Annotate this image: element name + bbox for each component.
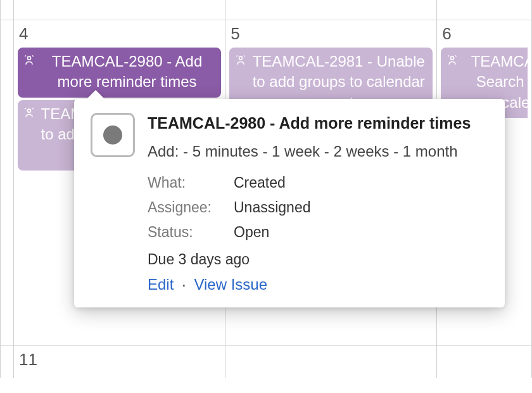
- day-number: 4: [18, 23, 221, 48]
- field-row-what: What: Created: [148, 171, 488, 195]
- field-label: Assignee:: [148, 195, 230, 220]
- calendar-event-teamcal-2980[interactable]: TEAMCAL-2980 - Add more reminder times: [18, 48, 221, 98]
- popover-actions: Edit · View Issue: [148, 276, 488, 293]
- separator: ·: [182, 276, 186, 293]
- calendar-day-cell[interactable]: [225, 346, 437, 378]
- field-value: Open: [234, 220, 269, 245]
- calendar-event-icon: [446, 54, 459, 67]
- calendar-event-title: TEAMCAL-2980 - Add more reminder times: [39, 51, 215, 93]
- popover-title: TEAMCAL-2980 - Add more reminder times: [148, 113, 488, 134]
- calendar-gutter-cell: [0, 346, 14, 378]
- field-label: Status:: [148, 220, 230, 245]
- day-number: 5: [229, 23, 433, 48]
- popover-description: Add: - 5 minutes - 1 week - 2 weeks - 1 …: [148, 141, 488, 163]
- day-number: 11: [18, 349, 221, 373]
- calendar-event-icon: [23, 106, 35, 119]
- calendar-header-cell: [225, 0, 437, 20]
- calendar-header-cell: [14, 0, 225, 20]
- calendar-event-icon: [23, 54, 35, 67]
- calendar-week-row: 11: [0, 346, 532, 378]
- svg-point-2: [239, 56, 243, 60]
- field-value: Unassigned: [234, 195, 310, 220]
- calendar-gutter-cell: [0, 20, 14, 346]
- popover-due: Due 3 days ago: [148, 251, 488, 268]
- svg-point-1: [27, 109, 30, 112]
- svg-point-0: [27, 56, 30, 60]
- calendar-event-icon: [234, 54, 247, 67]
- issue-type-icon: [91, 113, 135, 157]
- calendar-gutter-cell: [0, 0, 14, 20]
- dot-icon: [103, 126, 122, 145]
- edit-link[interactable]: Edit: [148, 276, 174, 293]
- calendar-day-cell-11[interactable]: 11: [14, 346, 225, 378]
- field-value: Created: [234, 171, 286, 195]
- calendar-day-cell[interactable]: [437, 346, 532, 378]
- popover-fields: What: Created Assignee: Unassigned Statu…: [148, 171, 488, 245]
- svg-point-3: [451, 56, 454, 60]
- day-number: 6: [441, 23, 528, 48]
- field-row-assignee: Assignee: Unassigned: [148, 195, 488, 220]
- calendar-header-row: [0, 0, 532, 20]
- event-popover: TEAMCAL-2980 - Add more reminder times A…: [74, 99, 505, 307]
- view-issue-link[interactable]: View Issue: [194, 276, 267, 293]
- calendar-header-cell: [437, 0, 532, 20]
- field-row-status: Status: Open: [148, 220, 488, 245]
- field-label: What:: [148, 171, 230, 195]
